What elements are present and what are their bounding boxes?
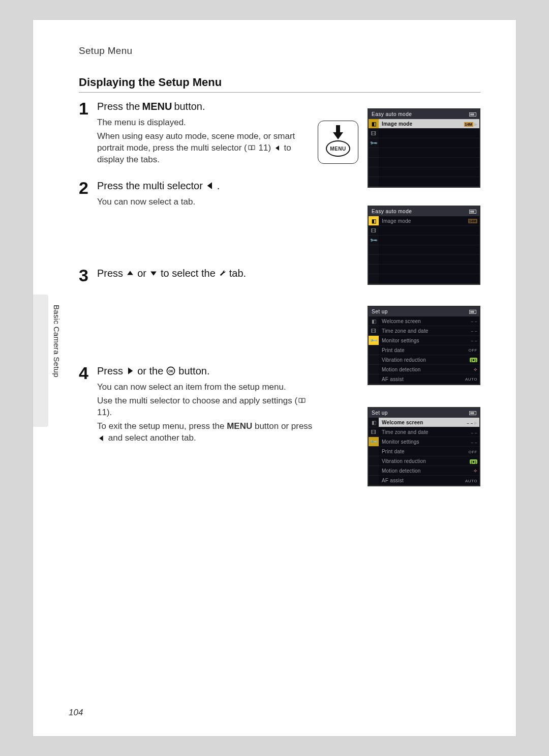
setup-list-dim: Welcome screen– –Time zone and date– –Mo… [379, 316, 479, 384]
text-run: 11) [256, 143, 273, 153]
tab-empty [369, 265, 379, 274]
setup-menu-item: AF assistAUTO [379, 476, 479, 485]
row-label: Image mode [382, 218, 411, 224]
page-title: Displaying the Setup Menu [79, 76, 480, 89]
paragraph: Use the multi selector to choose and app… [97, 395, 316, 419]
text-run: button or press [252, 421, 312, 431]
triangle-left-icon [274, 145, 281, 151]
heading-text: Press the [97, 100, 140, 113]
tab-movie-icon: 🎞 [369, 427, 379, 437]
tab-empty [369, 274, 379, 284]
battery-icon [469, 112, 476, 117]
battery-icon [469, 310, 476, 314]
tab-setup-icon: 🔧 [369, 336, 379, 345]
setup-list-selected: Welcome screen– –▶Time zone and date– –M… [379, 418, 479, 485]
tab-empty [369, 456, 379, 466]
tab-shooting-icon: ◧ [369, 216, 379, 226]
step-body-text: The menu is displayed. When using easy a… [97, 117, 316, 166]
tab-setup-icon: 🔧 [369, 437, 379, 447]
section-label: Setup Menu [79, 45, 480, 56]
setup-menu-item: Motion detection✧ [379, 466, 479, 476]
tab-movie-icon: 🎞 [369, 129, 379, 138]
menu-button-label: MENU [330, 146, 346, 152]
tab-empty [369, 255, 379, 265]
tab-shooting-icon: ◧ [369, 418, 379, 427]
battery-icon [469, 411, 476, 415]
menu-word-icon: MENU [227, 421, 252, 431]
title-text: Set up [372, 410, 388, 416]
setup-menu-item: Monitor settings– – [379, 437, 479, 447]
paragraph: You can now select a tab. [97, 196, 316, 208]
screenshot-title: Set up [369, 408, 479, 418]
step-number: 3 [79, 267, 94, 284]
screenshot-title: Easy auto mode [369, 109, 479, 119]
menu-word-icon: MENU [142, 100, 172, 113]
triangle-left-icon [206, 182, 214, 190]
image-mode-badge: 14M [468, 219, 477, 223]
tab-empty [369, 345, 379, 355]
tab-empty [369, 148, 379, 158]
menu-button-diagram: MENU [318, 121, 358, 164]
setup-menu-item: Welcome screen– –▶ [379, 418, 479, 427]
svg-text:OK: OK [169, 369, 174, 372]
tab-shooting-icon: ◧ [369, 316, 379, 326]
ok-button-icon: OK [166, 366, 175, 375]
setup-menu-item: Time zone and date– – [379, 427, 479, 437]
title-text: Set up [372, 309, 388, 314]
empty-row [379, 138, 479, 148]
empty-row [379, 255, 479, 265]
triangle-left-icon [98, 435, 105, 442]
heading-text: . [217, 179, 220, 192]
setup-menu-item: Vibration reduction(●) [379, 456, 479, 466]
empty-row [379, 148, 479, 158]
empty-row [379, 177, 479, 187]
title-text: Easy auto mode [372, 111, 412, 117]
heading-text: to select the [161, 267, 216, 280]
empty-row [379, 236, 479, 245]
text-run: Use the multi selector to choose and app… [97, 396, 297, 405]
book-icon [298, 398, 306, 404]
down-arrow-icon [332, 124, 344, 140]
title-rule [79, 92, 480, 93]
tab-shooting-icon: ◧ [369, 119, 379, 129]
heading-text: button. [174, 100, 205, 113]
setup-menu-item: Welcome screen– – [379, 316, 479, 326]
screenshot-title: Set up [369, 307, 479, 316]
tab-empty [369, 167, 379, 177]
tab-movie-icon: 🎞 [369, 326, 379, 336]
setup-menu-item: AF assistAUTO [379, 374, 479, 384]
paragraph: You can now select an item from the setu… [97, 382, 316, 393]
menu-button-oval: MENU [326, 140, 350, 157]
tab-empty [369, 466, 379, 476]
heading-text: button. [178, 364, 209, 377]
heading-text: Press the multi selector [97, 179, 203, 192]
setup-menu-item: Time zone and date– – [379, 326, 479, 336]
camera-screenshot-setup-item: Set up ◧ 🎞 🔧 Welcome screen– –▶Time zone… [368, 407, 480, 486]
thumb-tab-background [33, 295, 48, 427]
text-run: and select another tab. [106, 433, 196, 443]
manual-page: Setup Menu Displaying the Setup Menu Bas… [33, 19, 516, 737]
row-label: Image mode [382, 121, 412, 127]
tab-movie-icon: 🎞 [369, 226, 379, 236]
image-mode-badge: 14M [464, 122, 473, 127]
tab-empty [369, 374, 379, 384]
heading-text: Press [97, 364, 123, 377]
triangle-up-icon [126, 270, 134, 277]
tab-empty [369, 355, 379, 365]
triangle-down-icon [149, 270, 158, 277]
tab-empty [369, 245, 379, 255]
side-tab-label: Basic Camera Setup [52, 305, 61, 377]
heading-text: Press [97, 267, 123, 280]
tab-empty [369, 447, 379, 456]
screenshot-title: Easy auto mode [369, 207, 479, 216]
paragraph: To exit the setup menu, press the MENU b… [97, 421, 316, 444]
setup-menu-item: Vibration reduction(●) [379, 355, 479, 365]
camera-screenshot-setup-tab: Set up ◧ 🎞 🔧 Welcome screen– –Time zone … [368, 306, 480, 385]
heading-text: or [137, 267, 146, 280]
setup-menu-item: Print dateOFF [379, 345, 479, 355]
step-body-text: You can now select a tab. [97, 196, 316, 208]
tab-empty [369, 365, 379, 374]
step-body-text: You can now select an item from the setu… [97, 382, 316, 444]
book-icon [248, 145, 255, 151]
step-number: 1 [79, 100, 94, 117]
